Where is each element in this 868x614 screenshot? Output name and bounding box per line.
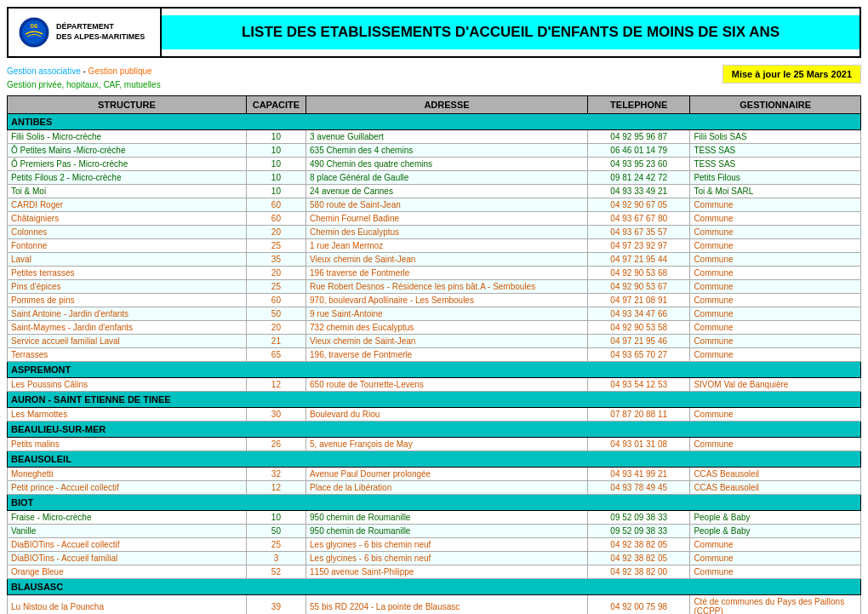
col-header-capacite: CAPACITE — [246, 96, 306, 114]
cell-structure: Petit prince - Accueil collectif — [8, 481, 247, 495]
cell-adresse: Chemin Fournel Badine — [306, 212, 588, 226]
cell-capacite: 10 — [246, 144, 306, 158]
section-header-row: BEAULIEU-SUR-MER — [8, 422, 861, 438]
section-label: ASPREMONT — [8, 362, 861, 378]
cell-capacite: 65 — [246, 348, 306, 362]
cell-adresse: Place de la Libération — [306, 481, 588, 495]
section-label: BEAULIEU-SUR-MER — [8, 422, 861, 438]
table-row: Terrasses65196, traverse de Fontmerle04 … — [8, 348, 861, 362]
section-header-row: ASPREMONT — [8, 362, 861, 378]
cell-structure: Vanille — [8, 525, 247, 538]
cell-gestionnaire: CCAS Beausoleil — [690, 481, 861, 495]
legend-assoc: Gestion associative — [7, 66, 81, 76]
section-header-row: BLAUSASC — [8, 579, 861, 595]
cell-telephone: 04 93 33 49 21 — [588, 185, 690, 198]
cell-adresse: 580 route de Saint-Jean — [306, 198, 588, 212]
table-row: Châtaigniers60Chemin Fournel Badine04 93… — [8, 212, 861, 226]
svg-text:06: 06 — [31, 22, 38, 30]
cell-structure: Petites terrasses — [8, 267, 247, 280]
cell-telephone: 04 92 90 53 68 — [588, 267, 690, 280]
cell-adresse: 24 avenue de Cannes — [306, 185, 588, 198]
cell-telephone: 04 92 90 53 58 — [588, 321, 690, 335]
cell-structure: Toi & Moi — [8, 185, 247, 198]
cell-gestionnaire: Commune — [690, 239, 861, 253]
cell-gestionnaire: Commune — [690, 226, 861, 239]
cell-capacite: 20 — [246, 267, 306, 280]
cell-gestionnaire: Commune — [690, 212, 861, 226]
update-badge: Mise à jour le 25 Mars 2021 — [722, 65, 861, 83]
col-header-telephone: TELEPHONE — [588, 96, 690, 114]
cell-capacite: 50 — [246, 525, 306, 538]
table-row: Ô Petites Mains -Micro-crèche10635 Chemi… — [8, 144, 861, 158]
table-row: Saint Antoine - Jardin d'enfants509 rue … — [8, 307, 861, 321]
table-row: Les Poussins Câlins12650 route de Tourre… — [8, 378, 861, 392]
cell-structure: Saint-Maymes - Jardin d'enfants — [8, 321, 247, 335]
cell-structure: Lu Nistou de la Pouncha — [8, 595, 247, 615]
cell-telephone: 09 52 09 38 33 — [588, 525, 690, 538]
cell-gestionnaire: Cté de communes du Pays des Paillons (CC… — [690, 595, 861, 615]
cell-telephone: 04 92 00 75 98 — [588, 595, 690, 615]
cell-gestionnaire: Commune — [690, 438, 861, 451]
cell-capacite: 20 — [246, 226, 306, 239]
cell-capacite: 12 — [246, 481, 306, 495]
cell-structure: Service accueil familial Laval — [8, 335, 247, 348]
cell-telephone: 04 93 54 12 53 — [588, 378, 690, 392]
cell-telephone: 04 97 21 95 46 — [588, 335, 690, 348]
header: 06 DÉPARTEMENT DES ALPES-MARITIMES LISTE… — [7, 7, 861, 58]
logo-icon: 06 — [17, 15, 51, 49]
cell-capacite: 32 — [246, 468, 306, 481]
cell-telephone: 04 93 95 23 60 — [588, 158, 690, 171]
section-header-row: BIOT — [8, 495, 861, 511]
cell-structure: Laval — [8, 253, 247, 267]
cell-adresse: 3 avenue Guillabert — [306, 130, 588, 144]
table-row: Vanille50950 chemin de Roumanille09 52 0… — [8, 525, 861, 538]
section-header-row: BEAUSOLEIL — [8, 451, 861, 468]
cell-telephone: 04 93 65 70 27 — [588, 348, 690, 362]
cell-capacite: 25 — [246, 280, 306, 294]
table-row: Pommes de pins60970, boulevard Apollinai… — [8, 294, 861, 307]
cell-structure: DiaBIOTins - Accueil familial — [8, 552, 247, 565]
cell-structure: Moneghetti — [8, 468, 247, 481]
cell-structure: Ô Petites Mains -Micro-crèche — [8, 144, 247, 158]
table-row: DiaBIOTins - Accueil familial3Les glycin… — [8, 552, 861, 565]
cell-gestionnaire: Commune — [690, 552, 861, 565]
cell-capacite: 10 — [246, 171, 306, 185]
section-label: AURON - SAINT ETIENNE DE TINEE — [8, 392, 861, 408]
table-row: Petits Filous 2 - Micro-crèche108 place … — [8, 171, 861, 185]
main-title-area: LISTE DES ETABLISSEMENTS D'ACCUEIL D'ENF… — [162, 15, 859, 49]
legend: Gestion associative - Gestion publique G… — [7, 65, 161, 92]
table-row: Laval35Vieux chemin de Saint-Jean04 97 2… — [8, 253, 861, 267]
cell-structure: Pins d'épices — [8, 280, 247, 294]
cell-adresse: 950 chemin de Roumanille — [306, 525, 588, 538]
cell-capacite: 50 — [246, 307, 306, 321]
cell-adresse: 196 traverse de Fontmerle — [306, 267, 588, 280]
cell-telephone: 04 97 21 95 44 — [588, 253, 690, 267]
cell-gestionnaire: Commune — [690, 280, 861, 294]
table-row: DiaBIOTins - Accueil collectif25Les glyc… — [8, 538, 861, 552]
cell-adresse: Vieux chemin de Saint-Jean — [306, 253, 588, 267]
table-row: Service accueil familial Laval21Vieux ch… — [8, 335, 861, 348]
cell-adresse: Avenue Paul Doumer prolongée — [306, 468, 588, 481]
cell-adresse: 650 route de Tourrette-Levens — [306, 378, 588, 392]
cell-capacite: 10 — [246, 130, 306, 144]
cell-telephone: 04 93 41 99 21 — [588, 468, 690, 481]
cell-adresse: Rue Robert Desnos - Résidence les pins b… — [306, 280, 588, 294]
cell-telephone: 04 93 01 31 08 — [588, 438, 690, 451]
cell-capacite: 3 — [246, 552, 306, 565]
logo-text: DÉPARTEMENT DES ALPES-MARITIMES — [56, 22, 145, 42]
table-row: Petits malins265, avenue François de May… — [8, 438, 861, 451]
cell-gestionnaire: Commune — [690, 565, 861, 579]
cell-structure: Filii Solis - Micro-crèche — [8, 130, 247, 144]
cell-structure: Petits Filous 2 - Micro-crèche — [8, 171, 247, 185]
cell-telephone: 04 97 21 08 91 — [588, 294, 690, 307]
cell-gestionnaire: Commune — [690, 198, 861, 212]
cell-gestionnaire: Commune — [690, 321, 861, 335]
cell-gestionnaire: CCAS Beausoleil — [690, 468, 861, 481]
cell-adresse: 1150 avenue Saint-Philippe — [306, 565, 588, 579]
cell-adresse: 1 rue Jean Mermoz — [306, 239, 588, 253]
cell-adresse: 8 place Général de Gaulle — [306, 171, 588, 185]
cell-structure: Colonnes — [8, 226, 247, 239]
cell-gestionnaire: Commune — [690, 294, 861, 307]
cell-capacite: 39 — [246, 595, 306, 615]
cell-telephone: 07 87 20 88 11 — [588, 408, 690, 422]
